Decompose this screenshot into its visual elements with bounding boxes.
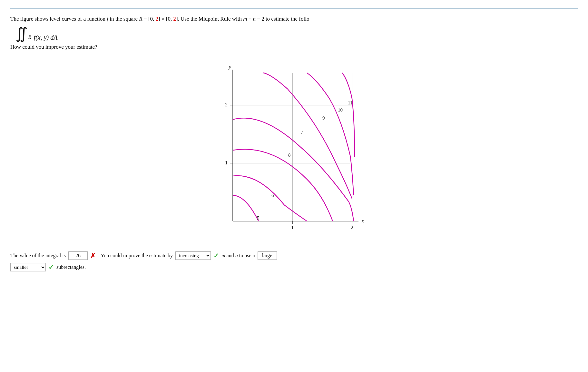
- smaller-dropdown[interactable]: smaller larger: [10, 263, 46, 271]
- level-label-11: 11: [348, 100, 352, 105]
- eq-text: = [0,: [142, 16, 156, 22]
- level-label-6: 6: [271, 193, 274, 198]
- top-bar: [10, 8, 578, 9]
- size-box: large: [258, 251, 277, 260]
- integral-R: R: [28, 35, 31, 40]
- level-label-5: 5: [257, 215, 260, 220]
- improve-question: How could you improve your estimate?: [10, 44, 578, 50]
- level-label-9: 9: [322, 115, 325, 121]
- level-label-8: 8: [288, 152, 291, 158]
- m-and-n-text: m and n to use a: [221, 253, 255, 259]
- value-label: The value of the integral is: [10, 253, 66, 259]
- size-value: large: [262, 253, 272, 258]
- x-tick-2: 2: [351, 225, 353, 230]
- n-letter: n: [253, 16, 256, 22]
- two1: 2: [156, 16, 159, 22]
- end-text: ]. Use the Midpoint Rule with: [176, 16, 243, 22]
- integral-display: ∬ R f(x, y) dA: [15, 26, 578, 41]
- y-tick-1: 1: [225, 160, 228, 165]
- eq2-text: =: [247, 16, 253, 22]
- by-text: ] × [0,: [158, 16, 173, 22]
- two2: 2: [173, 16, 176, 22]
- level-label-10: 10: [338, 107, 343, 113]
- answer-value: 26: [75, 253, 81, 258]
- integral-answer-box: 26: [68, 251, 88, 260]
- level-label-7: 7: [300, 130, 303, 135]
- m-letter: m: [243, 16, 247, 22]
- increasing-dropdown[interactable]: increasing decreasing: [175, 251, 211, 260]
- check-mark-1: ✓: [213, 252, 219, 259]
- eq3-text: = 2 to estimate the follo: [256, 16, 309, 22]
- x-tick-1: 1: [291, 225, 294, 230]
- improve-prompt-text: How could you improve your estimate?: [10, 44, 97, 50]
- subrectangles-label: subrectangles.: [56, 264, 86, 270]
- check-mark-2: ✓: [48, 263, 54, 271]
- R-letter: R: [139, 16, 142, 22]
- integral-expr: f(x, y) dA: [34, 34, 58, 41]
- intro-text: The figure shows level curves of a funct…: [10, 16, 107, 22]
- second-row: smaller larger ✓ subrectangles.: [10, 263, 578, 271]
- problem-statement: The figure shows level curves of a funct…: [10, 15, 578, 23]
- double-integral-symbol: ∬: [15, 26, 28, 41]
- level-curve-graph: 1 2 1 2 x y: [207, 57, 381, 244]
- bottom-section: The value of the integral is 26 ✗ . You …: [10, 251, 578, 271]
- y-axis-label: y: [228, 64, 231, 70]
- incorrect-mark: ✗: [90, 252, 96, 259]
- answer-row: The value of the integral is 26 ✗ . You …: [10, 251, 578, 260]
- x-axis-label: x: [361, 218, 364, 223]
- graph-container: 1 2 1 2 x y: [10, 57, 578, 244]
- graph-wrapper: 1 2 1 2 x y: [207, 57, 381, 244]
- page: The figure shows level curves of a funct…: [0, 0, 588, 372]
- y-tick-2: 2: [225, 102, 228, 107]
- improve-label: . You could improve the estimate by: [98, 253, 173, 259]
- middle-text: in the square: [108, 16, 139, 22]
